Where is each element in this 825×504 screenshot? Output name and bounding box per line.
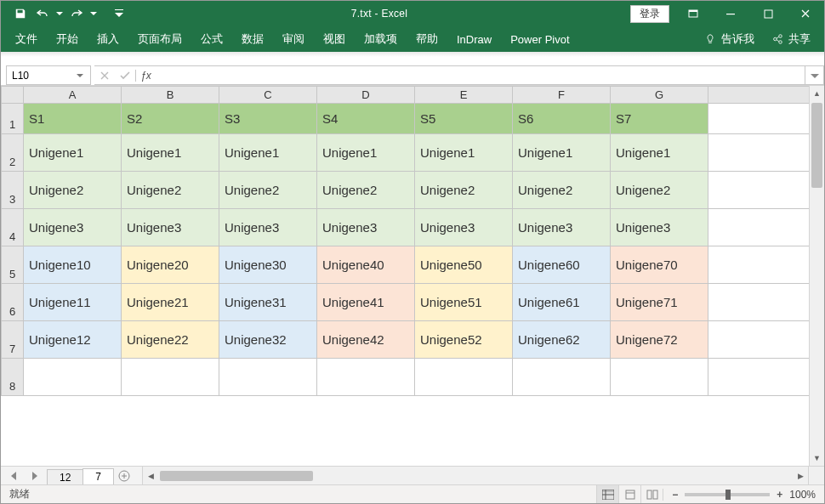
zoom-in-button[interactable]: +: [777, 489, 782, 501]
cell[interactable]: S4: [317, 104, 415, 134]
scroll-right-icon[interactable]: ▶: [793, 472, 808, 480]
ribbon-tab-pagelayout[interactable]: 页面布局: [128, 26, 191, 52]
cell[interactable]: Unigene1: [24, 134, 122, 172]
cell[interactable]: Unigene71: [611, 284, 708, 321]
cell[interactable]: Unigene31: [219, 284, 317, 321]
cell[interactable]: Unigene3: [611, 209, 708, 246]
ribbon-tab-formulas[interactable]: 公式: [191, 26, 232, 52]
column-header[interactable]: F: [513, 87, 611, 104]
cell[interactable]: Unigene22: [122, 321, 219, 359]
cell[interactable]: [708, 321, 824, 359]
cell[interactable]: Unigene3: [122, 209, 219, 246]
cell[interactable]: Unigene1: [122, 134, 219, 172]
cell[interactable]: Unigene51: [415, 284, 513, 321]
cell[interactable]: Unigene3: [513, 209, 611, 246]
ribbon-tab-addins[interactable]: 加载项: [355, 26, 407, 52]
cell[interactable]: S1: [24, 104, 122, 134]
redo-icon[interactable]: [67, 4, 86, 23]
undo-dropdown-icon[interactable]: [55, 4, 64, 23]
name-box[interactable]: [7, 67, 77, 84]
formula-input[interactable]: [156, 65, 805, 85]
cell[interactable]: [708, 209, 824, 246]
share-button[interactable]: 共享: [763, 26, 819, 52]
cell[interactable]: Unigene3: [317, 209, 415, 246]
column-header[interactable]: E: [415, 87, 513, 104]
column-header[interactable]: D: [317, 87, 415, 104]
vertical-scrollbar[interactable]: ▲ ▼: [809, 86, 824, 466]
cell[interactable]: Unigene52: [415, 321, 513, 359]
page-break-view-icon[interactable]: [640, 485, 663, 504]
cell[interactable]: [513, 359, 611, 396]
column-header[interactable]: B: [122, 87, 219, 104]
vertical-scroll-thumb[interactable]: [811, 103, 822, 188]
formula-bar-expand-icon[interactable]: [805, 65, 824, 85]
column-header[interactable]: A: [24, 87, 122, 104]
column-header[interactable]: [708, 87, 824, 104]
cell[interactable]: [708, 172, 824, 209]
qat-customize-icon[interactable]: [110, 4, 128, 23]
ribbon-tab-data[interactable]: 数据: [232, 26, 273, 52]
cell[interactable]: Unigene1: [611, 134, 708, 172]
row-header[interactable]: 3: [2, 172, 24, 209]
row-header[interactable]: 4: [2, 209, 24, 246]
name-box-dropdown-icon[interactable]: [77, 72, 90, 79]
maximize-button[interactable]: [749, 1, 787, 26]
sheet-tab-nav[interactable]: [1, 467, 47, 484]
ribbon-tab-help[interactable]: 帮助: [407, 26, 447, 52]
cell[interactable]: Unigene2: [513, 172, 611, 209]
cancel-formula-icon[interactable]: [94, 71, 115, 80]
page-layout-view-icon[interactable]: [618, 485, 640, 504]
cell[interactable]: [611, 359, 708, 396]
tab-nav-next-icon[interactable]: [31, 472, 37, 480]
cell[interactable]: S6: [513, 104, 611, 134]
zoom-slider-knob[interactable]: [725, 490, 731, 500]
cell[interactable]: Unigene61: [513, 284, 611, 321]
cell[interactable]: Unigene1: [415, 134, 513, 172]
sheet-tab[interactable]: 7: [82, 468, 114, 484]
login-button[interactable]: 登录: [630, 5, 669, 23]
cell[interactable]: Unigene30: [219, 246, 317, 284]
cell[interactable]: S5: [415, 104, 513, 134]
cell[interactable]: Unigene3: [415, 209, 513, 246]
cell[interactable]: Unigene2: [219, 172, 317, 209]
cell[interactable]: [708, 284, 824, 321]
column-header[interactable]: C: [219, 87, 317, 104]
minimize-button[interactable]: [712, 1, 749, 26]
cell[interactable]: Unigene62: [513, 321, 611, 359]
row-header[interactable]: 1: [2, 104, 24, 134]
ribbon-tab-insert[interactable]: 插入: [88, 26, 128, 52]
cell[interactable]: [415, 359, 513, 396]
scroll-left-icon[interactable]: ◀: [143, 472, 158, 480]
scroll-up-icon[interactable]: ▲: [810, 86, 824, 101]
cell[interactable]: Unigene1: [317, 134, 415, 172]
name-box-wrap[interactable]: [6, 65, 91, 85]
tab-nav-prev-icon[interactable]: [11, 472, 18, 480]
insert-function-icon[interactable]: ƒx: [135, 70, 156, 82]
cell[interactable]: [708, 104, 824, 134]
horizontal-scrollbar[interactable]: ◀ ▶: [142, 467, 809, 484]
cell[interactable]: Unigene60: [513, 246, 611, 284]
column-header[interactable]: G: [611, 87, 708, 104]
cell[interactable]: S2: [122, 104, 219, 134]
row-header[interactable]: 7: [2, 321, 24, 359]
ribbon-tab-view[interactable]: 视图: [314, 26, 355, 52]
cell[interactable]: Unigene1: [219, 134, 317, 172]
row-header[interactable]: 5: [2, 246, 24, 284]
cell[interactable]: Unigene50: [415, 246, 513, 284]
cell[interactable]: Unigene21: [122, 284, 219, 321]
horizontal-scroll-thumb[interactable]: [160, 471, 313, 481]
cell[interactable]: Unigene3: [219, 209, 317, 246]
cell[interactable]: Unigene12: [24, 321, 122, 359]
cell[interactable]: Unigene10: [24, 246, 122, 284]
row-header[interactable]: 2: [2, 134, 24, 172]
cell[interactable]: Unigene11: [24, 284, 122, 321]
cell[interactable]: Unigene2: [611, 172, 708, 209]
cell[interactable]: [708, 134, 824, 172]
cell[interactable]: Unigene2: [24, 172, 122, 209]
close-button[interactable]: [787, 1, 824, 26]
cell[interactable]: S3: [219, 104, 317, 134]
cell[interactable]: [219, 359, 317, 396]
normal-view-icon[interactable]: [596, 485, 618, 504]
select-all-corner[interactable]: [2, 87, 24, 104]
row-header[interactable]: 8: [2, 359, 24, 396]
